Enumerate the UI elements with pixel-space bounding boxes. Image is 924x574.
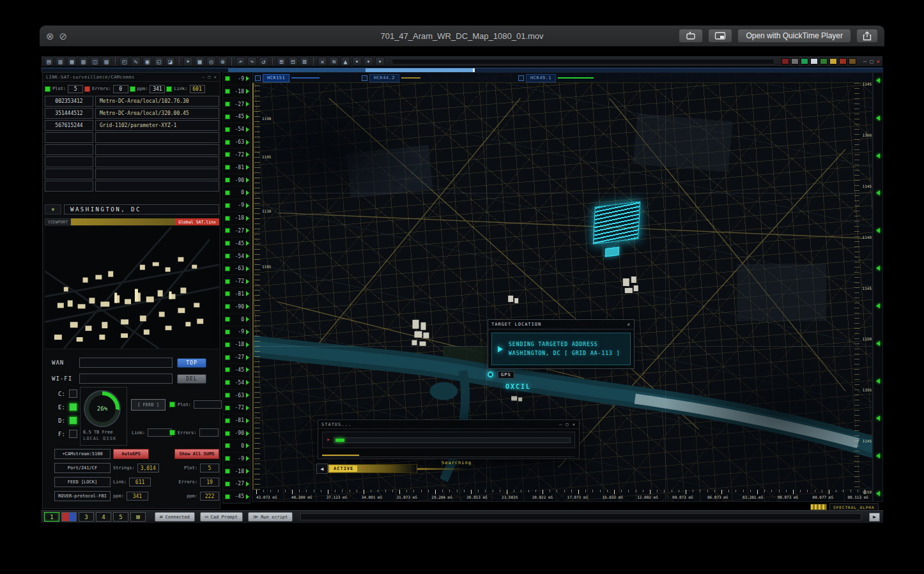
level-checkbox[interactable]	[225, 469, 230, 474]
plot2-value[interactable]: 5	[200, 464, 219, 472]
errors-field-checkbox[interactable]	[169, 430, 175, 435]
undo-icon[interactable]: ↶	[236, 57, 245, 66]
attach-icon[interactable]: ◪	[166, 57, 175, 66]
level-checkbox[interactable]	[225, 304, 230, 309]
plot-field-input[interactable]	[194, 400, 222, 409]
errors-value[interactable]: 0	[113, 85, 128, 93]
link-field-input[interactable]	[148, 428, 172, 437]
autogps-button[interactable]: AutoGPS	[113, 449, 149, 459]
level-checkbox[interactable]	[225, 266, 230, 271]
plot-value[interactable]: 5	[68, 85, 83, 93]
errors-checkbox[interactable]	[84, 86, 90, 92]
level-checkbox[interactable]	[225, 228, 230, 233]
level-checkbox[interactable]	[225, 342, 230, 347]
table-row[interactable]	[45, 156, 219, 167]
stack-docs-icon[interactable]: ▧	[79, 57, 88, 66]
strings-value[interactable]: 3,014	[137, 464, 159, 472]
drive-checkbox[interactable]	[69, 389, 77, 398]
toolbar-icon[interactable]	[231, 57, 232, 65]
layers-icon[interactable]: ▩	[195, 57, 204, 66]
map-canvas[interactable]: HCK151 HCK44.2 HCK49.1 1190 1105 1130	[252, 72, 873, 502]
level-checkbox[interactable]	[225, 393, 230, 398]
drive-checkbox[interactable]	[69, 403, 77, 411]
save-disk-icon[interactable]: ▣	[142, 57, 152, 66]
app-minimize-button[interactable]: —	[863, 58, 866, 64]
page-button[interactable]: ▤	[130, 512, 146, 522]
level-checkbox[interactable]	[225, 291, 230, 296]
level-checkbox[interactable]	[225, 140, 230, 145]
level-checkbox[interactable]	[225, 317, 230, 322]
wave-icon[interactable]: ≋	[329, 57, 339, 66]
redo-icon[interactable]: ↷	[247, 57, 257, 66]
level-checkbox[interactable]	[225, 89, 230, 94]
close-x-icon[interactable]: ✕	[318, 57, 327, 66]
level-checkbox[interactable]	[225, 203, 230, 208]
edit-pen-icon[interactable]: ✎	[131, 57, 141, 66]
status-window-controls[interactable]: — ▢ ×	[559, 422, 576, 427]
link-checkbox[interactable]	[166, 86, 172, 92]
refresh-icon[interactable]: ↺	[259, 57, 268, 66]
grid-view-icon[interactable]: ⊞	[277, 57, 286, 66]
level-checkbox[interactable]	[225, 279, 230, 284]
level-checkbox[interactable]	[225, 405, 230, 411]
level-checkbox[interactable]	[225, 481, 230, 487]
feed-button[interactable]: [ FEED ]	[131, 399, 166, 411]
chart-view-icon[interactable]: ⊠	[300, 57, 309, 66]
page-button[interactable]: 4	[96, 512, 111, 522]
errors2-value[interactable]: 19	[200, 478, 219, 487]
import-doc-icon[interactable]: ◫	[90, 57, 100, 66]
level-checkbox[interactable]	[225, 177, 230, 183]
app-close-button[interactable]: ✕	[877, 58, 880, 64]
target-icon[interactable]: ◎	[206, 57, 216, 66]
panel-window-controls[interactable]: — ▢ ×	[202, 75, 217, 80]
table-row[interactable]: 002353412 Metro-DC-Area/local/102.76.30	[45, 96, 219, 107]
folder-icon[interactable]: ◰	[119, 57, 129, 66]
bottom-tab[interactable]: ≫ Run script	[248, 512, 293, 522]
errors-field-input[interactable]	[199, 428, 219, 437]
drive-checkbox[interactable]	[69, 430, 77, 438]
table-row[interactable]: 351444512 Metro-DC-Area/local/320.00.45	[45, 108, 219, 119]
page-button[interactable]	[61, 512, 77, 522]
wifi-input[interactable]	[79, 374, 173, 384]
page-button[interactable]: 1	[44, 512, 59, 522]
toolbar-icon[interactable]	[313, 57, 314, 65]
level-checkbox[interactable]	[225, 165, 230, 170]
bottom-tab[interactable]: ⇄ Connected	[155, 512, 195, 522]
table-row[interactable]: 567615244 Grid-1102/parameter-XYZ-1	[45, 120, 219, 131]
level-checkbox[interactable]	[225, 355, 230, 360]
level-checkbox[interactable]	[225, 114, 230, 119]
ppm2-value[interactable]: 341	[127, 492, 148, 501]
link-value[interactable]: 601	[190, 85, 205, 93]
tab-hck49-1[interactable]: HCK49.1	[518, 73, 594, 82]
collapse-triangle-button[interactable]: ▼	[45, 204, 61, 215]
pin-icon[interactable]: ➤	[183, 57, 193, 66]
toolbar-icon[interactable]	[272, 57, 273, 65]
app-maximize-button[interactable]: ▢	[870, 58, 873, 64]
page-button[interactable]: 5	[113, 512, 128, 522]
minimize-button[interactable]: ⊘	[59, 31, 68, 41]
dot-icon[interactable]: •	[352, 57, 362, 66]
ppm-value[interactable]: 341	[150, 85, 165, 93]
rotate-icon[interactable]	[679, 29, 703, 43]
level-checkbox[interactable]	[225, 190, 230, 195]
tab-hck44-2[interactable]: HCK44.2	[362, 73, 420, 82]
table-row[interactable]	[45, 144, 219, 155]
link2-value[interactable]: 611	[129, 478, 151, 487]
toolbar-icon[interactable]	[179, 57, 180, 65]
level-checkbox[interactable]	[225, 418, 230, 423]
ppm-checkbox[interactable]	[130, 86, 135, 92]
copy-doc-icon[interactable]: ▦	[67, 57, 77, 66]
level-checkbox[interactable]	[225, 456, 230, 461]
drive-checkbox[interactable]	[69, 416, 77, 425]
page-button[interactable]: 3	[79, 512, 94, 522]
toolbar-icon[interactable]	[115, 57, 116, 65]
abort-icon[interactable]: ⊗	[218, 57, 227, 66]
plot-field-checkbox[interactable]	[169, 402, 175, 407]
open-with-quicktime-button[interactable]: Open with QuickTime Player	[737, 29, 851, 43]
dot-icon[interactable]: •	[375, 57, 385, 66]
bottom-tab[interactable]: ▭ Cad Prompt	[200, 512, 243, 522]
marker-icon[interactable]: ▲	[341, 57, 350, 66]
table-view-icon[interactable]: ⊟	[288, 57, 298, 66]
show-all-sums-button[interactable]: Show All SUMS	[174, 449, 219, 459]
level-checkbox[interactable]	[225, 494, 230, 499]
